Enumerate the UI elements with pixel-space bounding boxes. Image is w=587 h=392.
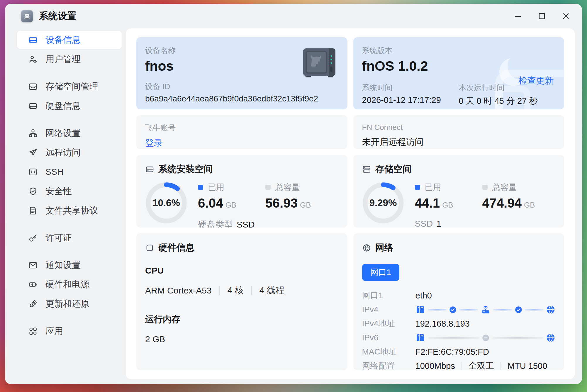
login-link[interactable]: 登录 — [145, 137, 163, 149]
cpu-threads: 4 线程 — [259, 284, 284, 296]
sidebar-item-label: SSH — [45, 167, 64, 177]
hdd-icon — [28, 101, 38, 111]
device-id-label: 设备 ID — [145, 82, 339, 92]
window-controls — [512, 10, 572, 22]
envelope-icon — [28, 260, 38, 270]
ipv6-connection-diagram — [415, 333, 556, 343]
total-value: 474.94 — [482, 196, 522, 210]
check-update-link[interactable]: 检查更新 — [518, 75, 554, 87]
mac-label: MAC地址 — [362, 346, 415, 357]
total-label: 总容量 — [275, 182, 300, 193]
hardware-card: 硬件信息 CPU ARM Cortex-A53 4 核 4 线程 运行内存 2 … — [136, 233, 347, 370]
network-title: 网络 — [375, 242, 393, 254]
sidebar-item-update-restore[interactable]: 更新和还原 — [17, 295, 122, 313]
maximize-button[interactable] — [536, 10, 548, 22]
separator — [251, 286, 252, 295]
users-icon — [28, 55, 38, 64]
network-icon — [28, 128, 38, 138]
titlebar: 系统设置 — [5, 4, 582, 28]
close-button[interactable] — [560, 10, 572, 22]
ssd-label: SSD — [415, 219, 433, 228]
globe-icon — [362, 243, 371, 252]
rocket-icon — [28, 299, 38, 309]
minimize-button[interactable] — [512, 10, 524, 22]
ssd-count: 1 — [436, 219, 441, 228]
sidebar-item-label: 许可证 — [45, 232, 72, 244]
used-swatch — [198, 185, 203, 190]
version-value: fnOS 1.0.2 — [362, 58, 556, 74]
sidebar-item-ssh[interactable]: SSH — [17, 163, 122, 181]
cpu-label: CPU — [145, 266, 339, 276]
connection-line — [428, 309, 447, 310]
content-panel: 设备名称 fnos 设备 ID b6a9a4a6e44aea867b9f0da3… — [126, 28, 575, 379]
connection-line — [428, 337, 479, 339]
check-icon — [449, 306, 457, 314]
sidebar-item-hdd-info[interactable]: 硬盘信息 — [17, 97, 122, 115]
sidebar-item-label: 用户管理 — [45, 53, 81, 65]
sidebar-item-security[interactable]: 安全性 — [17, 182, 122, 200]
shield-check-icon — [28, 186, 38, 196]
system-space-title: 系统安装空间 — [158, 163, 213, 175]
sidebar-group-gap — [17, 69, 122, 77]
total-unit: GB — [524, 201, 535, 209]
ram-label: 运行内存 — [145, 313, 339, 325]
system-space-donut: 10.6% — [145, 181, 188, 225]
sidebar-item-file-protocol[interactable]: 文件共享协议 — [17, 201, 122, 220]
storage-space-title: 存储空间 — [375, 163, 412, 175]
sidebar-item-label: 存储空间管理 — [45, 81, 98, 93]
system-time: 2026-01-12 17:17:29 — [362, 95, 459, 105]
sidebar-item-label: 文件共享协议 — [45, 205, 98, 217]
device-id: b6a9a4a6e44aea867b9f0da36edbf32c13f5f9e2 — [145, 94, 339, 103]
sidebar-item-user-management[interactable]: 用户管理 — [17, 50, 122, 68]
system-version-card: 系统版本 fnOS 1.0.2 检查更新 系统时间 2026-01-12 17:… — [353, 37, 564, 109]
port-label: 网口1 — [362, 290, 415, 301]
key-icon — [28, 233, 38, 243]
sidebar-item-license[interactable]: 许可证 — [17, 229, 122, 247]
connection-line — [493, 309, 512, 310]
fn-connect-label: FN Connect — [362, 123, 556, 132]
storage-space-percent: 9.29% — [362, 181, 405, 225]
sidebar-item-hardware-power[interactable]: 硬件和电源 — [17, 275, 122, 293]
fn-account-label: 飞牛账号 — [145, 123, 339, 133]
sidebar-group-gap — [17, 314, 122, 322]
mac-address: F2:FE:6C:79:05:FD — [415, 347, 489, 357]
separator — [462, 362, 462, 370]
used-value: 44.1 — [415, 196, 440, 210]
fn-connect-card: FN Connect 未开启远程访问 — [353, 115, 564, 149]
ssh-icon — [28, 167, 38, 177]
connection-line — [492, 337, 544, 339]
drive-icon — [145, 165, 154, 174]
fn-account-card: 飞牛账号 登录 — [136, 115, 347, 149]
chip-icon — [145, 243, 154, 252]
total-value: 56.93 — [265, 196, 298, 210]
ipv4-label: IPv4 — [362, 305, 415, 314]
disk-type-label: 硬盘类型 — [198, 220, 233, 228]
sidebar-item-apps[interactable]: 应用 — [17, 322, 122, 340]
port1-tab-button[interactable]: 网口1 — [362, 264, 400, 281]
device-card: 设备名称 fnos 设备 ID b6a9a4a6e44aea867b9f0da3… — [136, 37, 347, 109]
sidebar-item-remote-access[interactable]: 远程访问 — [17, 143, 122, 162]
uptime: 0 天 0 时 45 分 27 秒 — [459, 95, 555, 107]
paper-plane-icon — [28, 148, 38, 157]
version-label: 系统版本 — [362, 45, 556, 56]
sidebar-item-notifications[interactable]: 通知设置 — [17, 256, 122, 274]
link-speed: 1000Mbps — [415, 361, 455, 371]
used-swatch — [415, 185, 420, 190]
desktop-wallpaper: 系统设置 设备信息 — [0, 0, 587, 392]
nas-icon — [415, 333, 425, 343]
total-unit: GB — [300, 201, 311, 209]
connection-line — [459, 309, 478, 310]
used-label: 已用 — [425, 182, 441, 193]
total-swatch — [265, 185, 271, 190]
ipv6-label: IPv6 — [362, 333, 415, 342]
nas-icon — [415, 305, 425, 315]
system-time-label: 系统时间 — [362, 83, 459, 93]
sidebar-item-network-settings[interactable]: 网络设置 — [17, 124, 122, 142]
document-icon — [28, 206, 38, 215]
total-label: 总容量 — [492, 182, 517, 193]
cpu-cores: 4 核 — [228, 284, 244, 296]
sidebar-item-storage-pool[interactable]: 存储空间管理 — [17, 77, 122, 96]
sidebar-item-device-info[interactable]: 设备信息 — [17, 31, 122, 49]
sidebar: 设备信息 用户管理 存储空间管理 硬盘信息 — [5, 28, 126, 384]
storage-space-donut: 9.29% — [362, 181, 405, 225]
